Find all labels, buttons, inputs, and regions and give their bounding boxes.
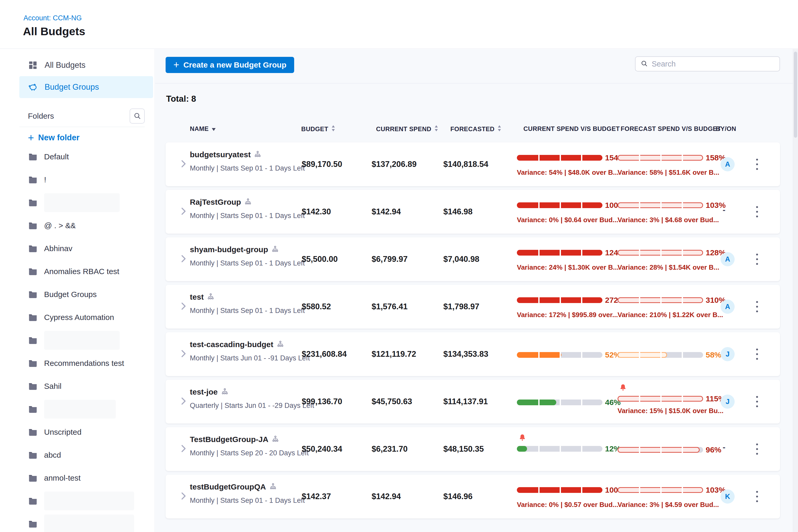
folder-item[interactable]: @ . > && xyxy=(0,214,155,237)
forecast-vs-budget-cell: 158%Variance: 58% | $51.6K over B... xyxy=(618,142,722,186)
folder-name: abcd xyxy=(44,451,61,459)
table-row: shyam-budget-groupMonthly | Starts Sep 0… xyxy=(166,237,780,281)
folder-item[interactable]: Cypress Automation xyxy=(0,306,155,329)
folder-item[interactable]: abcd xyxy=(0,443,155,467)
budget-group-name[interactable]: testBudgetGroupQA xyxy=(190,482,266,491)
budget-group-schedule: Monthly | Starts Sep 01 - 1 Days Left xyxy=(190,164,305,172)
budget-group-schedule: Monthly | Starts Sep 01 - 1 Days Left xyxy=(190,307,305,315)
sidebar-item-all-budgets[interactable]: All Budgets xyxy=(19,54,153,76)
budget-group-schedule: Monthly | Starts Sep 01 - 1 Days Left xyxy=(190,212,305,220)
forecasted-value: $114,137.91 xyxy=(443,397,488,406)
folder-item[interactable]: ! xyxy=(0,168,155,191)
search-icon xyxy=(133,112,141,121)
folder-item[interactable] xyxy=(0,512,155,532)
expand-chevron-icon[interactable] xyxy=(178,301,189,311)
budget-value: $5,500.00 xyxy=(302,254,338,264)
folder-name: Cypress Automation xyxy=(44,313,114,322)
folder-name: Sahil xyxy=(44,382,61,391)
folder-icon xyxy=(28,221,38,230)
forecast-vs-budget-bar xyxy=(618,250,703,255)
budget-group-name[interactable]: RajTestGroup xyxy=(190,198,241,207)
new-folder-button[interactable]: + New folder xyxy=(28,132,155,143)
folders-section-label: Folders xyxy=(28,112,54,120)
expand-chevron-icon[interactable] xyxy=(178,491,189,501)
folder-item[interactable]: Budget Groups xyxy=(0,283,155,306)
expand-chevron-icon[interactable] xyxy=(178,158,189,169)
folder-icon xyxy=(28,382,38,391)
budget-group-name[interactable]: shyam-budget-group xyxy=(190,245,268,254)
folder-icon xyxy=(28,336,38,345)
current-vs-budget-variance: Variance: 24% | $1.30K over B... xyxy=(517,263,619,271)
forecast-vs-budget-variance: Variance: 28% | $1.54K over B... xyxy=(618,263,719,271)
expand-chevron-icon[interactable] xyxy=(178,206,189,216)
by-on-empty: - xyxy=(723,442,725,452)
row-menu-button[interactable] xyxy=(751,296,763,317)
avatar: K xyxy=(721,490,735,504)
folder-item[interactable]: Anomalies RBAC test xyxy=(0,260,155,283)
forecast-vs-budget-variance: Variance: 3% | $4.59 over Bud... xyxy=(618,501,719,509)
main-content: + Create a new Budget Group Total: 8 NAM… xyxy=(155,49,798,532)
account-breadcrumb-link[interactable]: Account: CCM-NG xyxy=(23,14,82,22)
expand-chevron-icon[interactable] xyxy=(178,348,189,359)
folder-name: ! xyxy=(44,175,46,184)
budget-group-name[interactable]: budgetsuryatest xyxy=(190,150,251,159)
plus-icon: + xyxy=(28,132,34,143)
folder-name: Budget Groups xyxy=(44,290,97,299)
folder-item[interactable]: Recommendations test xyxy=(0,352,155,375)
folder-name: Anomalies RBAC test xyxy=(44,267,119,276)
budget-group-name[interactable]: test-cascading-budget xyxy=(190,340,273,349)
row-menu-button[interactable] xyxy=(751,438,763,460)
row-menu-button[interactable] xyxy=(751,391,763,412)
budget-value: $231,608.84 xyxy=(302,349,347,359)
expand-chevron-icon[interactable] xyxy=(178,443,189,454)
page-title: All Budgets xyxy=(23,25,85,38)
forecast-vs-budget-bar xyxy=(618,297,703,303)
folder-icon xyxy=(28,451,38,459)
current-vs-budget-bar xyxy=(517,446,603,452)
forecast-vs-budget-cell: 103%Variance: 3% | $4.59 over Bud... xyxy=(618,475,722,518)
forecast-vs-budget-bar xyxy=(618,202,703,208)
folder-item[interactable]: Sahil xyxy=(0,375,155,398)
current-vs-budget-cell: 100%Variance: 0% | $0.57 over Bud... xyxy=(517,475,621,518)
row-menu-button[interactable] xyxy=(751,201,763,223)
current-spend-value: $137,206.89 xyxy=(372,159,416,169)
row-menu-button[interactable] xyxy=(751,249,763,270)
forecast-vs-budget-variance: Variance: 210% | $1.22K over B... xyxy=(618,311,723,319)
current-vs-budget-cell: 124%Variance: 24% | $1.30K over B... xyxy=(517,237,621,281)
sidebar-item-budget-groups[interactable]: Budget Groups xyxy=(19,76,153,98)
folder-item[interactable]: Default xyxy=(0,145,155,168)
folder-item[interactable] xyxy=(0,191,155,214)
row-menu-button[interactable] xyxy=(751,343,763,365)
folder-search-button[interactable] xyxy=(130,109,145,124)
folder-icon xyxy=(28,175,38,184)
expand-chevron-icon[interactable] xyxy=(178,396,189,406)
forecast-vs-budget-bar xyxy=(618,155,703,160)
folder-name-redacted xyxy=(44,515,134,532)
forecasted-value: $140,818.54 xyxy=(443,159,488,169)
expand-chevron-icon[interactable] xyxy=(178,253,189,264)
budget-group-hierarchy-icon xyxy=(207,293,215,301)
folder-item[interactable]: Abhinav xyxy=(0,237,155,260)
page-scrollbar xyxy=(793,49,798,532)
scrollbar-thumb[interactable] xyxy=(794,52,797,138)
folder-item[interactable] xyxy=(0,490,155,512)
budget-group-name[interactable]: TestBudgetGroup-JA xyxy=(190,435,268,444)
folder-item[interactable] xyxy=(0,398,155,421)
folder-item[interactable] xyxy=(0,329,155,352)
folder-icon xyxy=(28,428,38,437)
budget-group-name[interactable]: test-joe xyxy=(190,387,218,396)
folder-icon xyxy=(28,290,38,299)
budget-group-schedule: Monthly | Starts Sep 01 - 1 Days Left xyxy=(190,259,305,267)
folder-item[interactable]: anmol-test xyxy=(0,467,155,490)
forecast-vs-budget-percent: 96% xyxy=(706,445,721,454)
budget-group-schedule: Quarterly | Starts Jun 01 - -29 Days Lef… xyxy=(190,402,314,410)
grid-icon xyxy=(28,60,38,70)
budget-value: $142.30 xyxy=(302,207,331,216)
table-row: testMonthly | Starts Sep 01 - 1 Days Lef… xyxy=(166,285,780,328)
row-menu-button[interactable] xyxy=(751,154,763,175)
current-vs-budget-variance: Variance: 0% | $0.64 over Bud... xyxy=(517,216,618,224)
row-menu-button[interactable] xyxy=(751,486,763,507)
forecast-vs-budget-cell: 103%Variance: 3% | $4.68 over Bud... xyxy=(618,190,722,234)
folder-item[interactable]: Unscripted xyxy=(0,421,155,443)
budget-group-name[interactable]: test xyxy=(190,292,204,302)
